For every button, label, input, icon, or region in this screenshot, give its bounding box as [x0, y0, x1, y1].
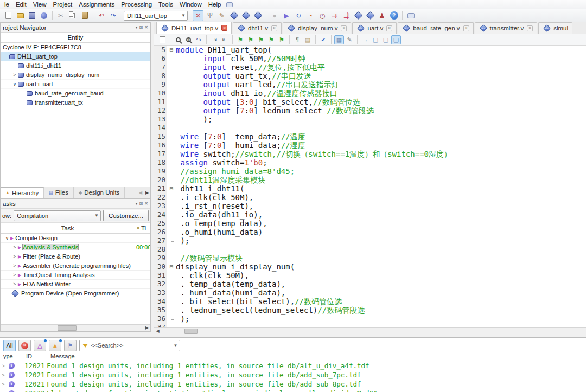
pin-planner-icon[interactable]: ✎ [216, 10, 227, 21]
menu-item-assignments[interactable]: Assignments [75, 1, 118, 8]
navigator-item[interactable]: dht11:i_dht11 [1, 61, 150, 70]
menu-item-window[interactable]: Window [176, 1, 205, 8]
code-line[interactable]: 24 .io_data(dh11_io), [154, 210, 586, 219]
menu-item-tools[interactable]: Tools [155, 1, 176, 8]
code-line[interactable]: 13 ); [154, 115, 586, 124]
bookmark-add-icon[interactable]: ⚑ [246, 35, 256, 44]
replace-icon[interactable] [183, 35, 193, 44]
code-line[interactable]: 30⊟display_num i_display_num( [154, 262, 586, 271]
code-line[interactable]: 28 [154, 245, 586, 254]
code-line[interactable]: 26 .o_humi(humi_data) [154, 228, 586, 236]
doc-tab-baud_rate_gen-v[interactable]: abcbaud_rate_gen.v✕ [398, 22, 473, 34]
navigator-item[interactable]: Cyclone IV E: EP4CE6F17C8 [1, 43, 150, 52]
assignment-editor-icon[interactable]: Ψ [205, 10, 215, 21]
close-icon[interactable]: ✕ [144, 201, 148, 206]
navigator-item[interactable]: vuart:i_uart [1, 80, 150, 89]
file-icon[interactable] [157, 35, 167, 44]
expander-icon[interactable]: > [11, 254, 18, 259]
code-line[interactable]: 9 output uart_led,//串口发送指示灯 [154, 80, 586, 89]
doc-tab-display_num-v[interactable]: abcdisplay_num.v✕ [283, 22, 352, 34]
message-row[interactable]: >i12021Found 1 design units, including 1… [0, 370, 586, 380]
expander-icon[interactable]: > [0, 382, 7, 387]
menu-item-view[interactable]: View [30, 1, 50, 8]
bookmark-icon[interactable]: ⚑ [235, 35, 245, 44]
analysis-synthesis-icon[interactable] [240, 10, 251, 21]
tab-files[interactable]: ▤Files [44, 187, 74, 198]
code-line[interactable]: 31 . clk(clk_50M), [154, 271, 586, 280]
tab-scroll-left-icon[interactable]: ◀ [137, 190, 144, 195]
menu-item-le[interactable]: le [1, 1, 12, 8]
indent-icon[interactable]: ⇥ [209, 35, 219, 44]
comment-icon[interactable]: ¶ [292, 35, 302, 44]
task-row[interactable]: v▶Compile Design [1, 234, 150, 243]
tasks-hscrollbar[interactable]: ▶ [1, 324, 150, 331]
code-line[interactable]: 33 . humi_data(humi_data), [154, 288, 586, 297]
message-search-combo[interactable]: <<Search>>▼ [79, 340, 180, 351]
bookmark-next-icon[interactable]: ⚑ [256, 35, 266, 44]
close-icon[interactable]: ✕ [341, 25, 347, 31]
code-line[interactable]: 23 .i_rst_n(reset), [154, 202, 586, 210]
timequest-icon[interactable]: ◷ [317, 10, 328, 21]
doc-tab-simul[interactable]: abcsimul [538, 22, 572, 34]
window-split-icon[interactable]: ▢ [371, 35, 380, 44]
code-line[interactable]: 14 [154, 124, 586, 132]
expander-icon[interactable]: v [4, 235, 10, 241]
close-icon[interactable]: ✕ [386, 25, 392, 31]
critical-warning-filter-button[interactable]: △ [34, 340, 46, 351]
pen-icon[interactable]: ✎ [345, 35, 354, 44]
doc-tab-transmitter-v[interactable]: abctransmitter.v✕ [475, 22, 538, 34]
scroll-thumb[interactable] [184, 329, 198, 334]
close-icon[interactable]: ✕ [221, 25, 227, 31]
expander-icon[interactable]: > [0, 363, 7, 369]
warning-filter-button[interactable]: ▲ [49, 340, 61, 351]
bookmark-clear-icon[interactable]: ⚑ [277, 35, 286, 44]
undo-icon[interactable]: ↶ [96, 10, 107, 21]
paste-icon[interactable] [79, 10, 90, 21]
window-full-icon[interactable]: ▢ [391, 35, 401, 44]
cut-icon[interactable]: ✂ [55, 10, 66, 21]
code-line[interactable]: 35 . lednum_select(lednum_select)//数码管段选 [154, 306, 586, 314]
code-line[interactable]: 10 inout dh11_io,//温湿度传感器接口 [154, 89, 586, 98]
code-line[interactable]: 19 //assign humi_data=8'd45; [154, 167, 586, 176]
code-line[interactable]: 15 wire [7:0] temp_data;//温度 [154, 132, 586, 141]
expander-icon[interactable]: > [11, 263, 18, 268]
bookmark-delete-icon[interactable]: ⚑ [266, 35, 276, 44]
code-line[interactable]: 22 .i_clk(clk_50M), [154, 193, 586, 202]
fold-collapse-icon[interactable]: ⊟ [167, 262, 176, 271]
code-line[interactable]: 12 output [7:0] lednum_select //数码管段选 [154, 106, 586, 115]
task-row[interactable]: >▶Assembler (Generate programming files) [1, 261, 150, 271]
open-project-icon[interactable] [39, 10, 49, 21]
menu-item-project[interactable]: Project [50, 1, 76, 8]
new-file-icon[interactable] [3, 10, 14, 21]
editor-hscrollbar[interactable]: ◀ [154, 327, 586, 335]
navigator-item[interactable]: DH11_uart_top [1, 52, 150, 61]
navigator-item[interactable]: baud_rate_gen:uart_baud [1, 89, 150, 98]
save-icon[interactable] [27, 10, 37, 21]
horizontal-splitter[interactable] [0, 332, 151, 337]
code-line[interactable]: 34 . bit_select(bit_select),//数码管位选 [154, 297, 586, 306]
message-row[interactable]: >i12130Elaborated megafunction instantia… [0, 389, 586, 392]
doc-tab-uart-v[interactable]: abcuart.v✕ [352, 22, 397, 34]
entity-combo[interactable]: DH11_uart_top▼ [124, 11, 188, 21]
whats-this-icon[interactable] [226, 2, 233, 7]
tab-hierarchy[interactable]: ▲Hierarchy [1, 187, 44, 198]
code-line[interactable]: 29 //数码管显示模块 [154, 254, 586, 262]
spellcheck-icon[interactable]: ✔ [319, 35, 328, 44]
find-icon[interactable] [173, 35, 183, 44]
message-row[interactable]: >i12021Found 1 design units, including 1… [0, 361, 586, 370]
code-line[interactable]: 16 wire [7:0] humi_data;//湿度 [154, 141, 586, 150]
block-select-icon[interactable]: ▦ [334, 35, 344, 44]
message-row[interactable]: >i12021Found 1 design units, including 1… [0, 380, 586, 389]
expander-icon[interactable]: v [11, 81, 18, 87]
goto-icon[interactable]: ↪ [194, 35, 203, 44]
code-line[interactable]: 37 [154, 323, 586, 327]
menu-item-processing[interactable]: Processing [118, 1, 155, 8]
help-icon[interactable]: ? [388, 10, 399, 21]
assembler-icon[interactable] [252, 10, 263, 21]
task-row[interactable]: Program Device (Open Programmer) [1, 289, 150, 298]
code-line[interactable]: 6 input clk_50M,//50M时钟 [154, 54, 586, 63]
code-line[interactable]: 21⊟ dht11 i_dht11( [154, 184, 586, 193]
scroll-left-icon[interactable]: ◀ [154, 328, 161, 335]
code-line[interactable]: 25 .o_temp(temp_data), [154, 219, 586, 228]
doc-tab-DH11_uart_top-v[interactable]: abcDH11_uart_top.v✕ [156, 22, 232, 34]
